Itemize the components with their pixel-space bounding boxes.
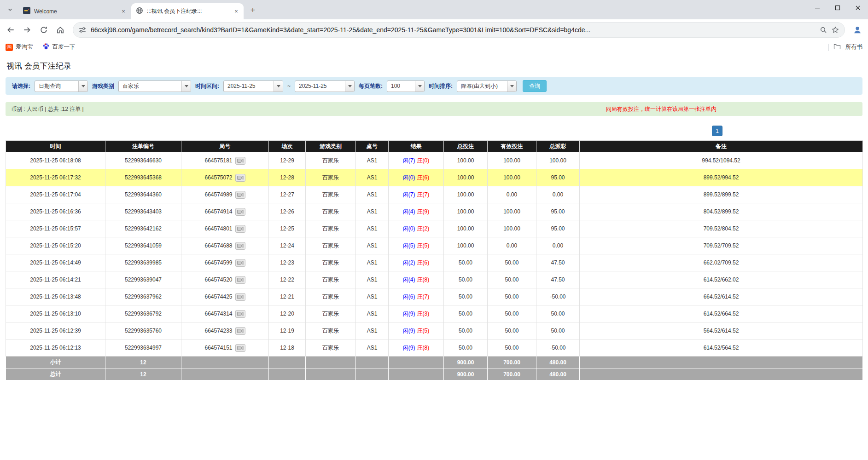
video-replay-icon[interactable] [235,208,245,216]
video-replay-icon[interactable] [235,259,245,267]
cell-session: 12-27 [269,186,306,203]
profile-avatar[interactable] [850,22,865,38]
refresh-button[interactable] [36,22,52,38]
video-replay-icon[interactable] [235,276,245,284]
bookmark-star-icon[interactable] [832,26,839,34]
search-button[interactable]: 查询 [523,80,547,92]
round-number: 664575181 [204,157,232,163]
player-result: 闲(2) [403,259,415,266]
player-result: 闲(0) [403,174,415,181]
pagination-page-1[interactable]: 1 [712,126,722,136]
chevron-down-icon [181,81,191,92]
cell-total-bet[interactable]: 100.00 [444,203,488,220]
round-number: 664574688 [204,242,232,248]
chevron-down-icon [274,81,283,92]
bookmark-baidu[interactable]: 百度一下 [42,43,76,52]
banker-result: 庄(7) [417,191,430,198]
back-button[interactable] [3,22,18,38]
cell-table-no: AS1 [356,237,389,254]
date-end-input[interactable]: 2025-11-25 [295,80,355,92]
cell-table-no: AS1 [356,339,389,356]
game-type-select[interactable]: 百家乐 [118,80,191,92]
bookmark-taobao[interactable]: 淘 爱淘宝 [6,43,33,51]
page-title: 视讯 会员下注纪录 [6,61,862,71]
round-number: 664574914 [204,208,232,214]
cell-time: 2025-11-25 06:12:13 [6,339,105,356]
site-settings-icon[interactable] [79,26,86,34]
browser-toolbar: 66cxkj98.com/game/betrecord_search/kind3… [0,19,868,40]
video-replay-icon[interactable] [235,191,245,199]
video-replay-icon[interactable] [235,344,245,352]
video-replay-icon[interactable] [235,310,245,318]
cell-total-bet[interactable]: 50.00 [444,254,488,271]
date-start-input[interactable]: 2025-11-25 [223,80,283,92]
cell-total-bet[interactable]: 100.00 [444,152,488,169]
cell-bet-id: 522993641059 [105,237,181,254]
cell-result: 闲(2)庄(6) [389,254,444,271]
cell-total-bet[interactable]: 50.00 [444,339,488,356]
per-page-label: 每页笔数: [359,82,383,90]
cell-result: 闲(9)庄(3) [389,305,444,322]
cell-note: 614.52/664.52 [580,305,863,322]
cell-result: 闲(9)庄(8) [389,339,444,356]
player-result: 闲(5) [403,242,415,249]
video-replay-icon[interactable] [235,157,245,165]
cell-time: 2025-11-25 06:14:21 [6,271,105,288]
new-tab-button[interactable]: + [246,4,259,17]
video-replay-icon[interactable] [235,174,245,182]
sort-select[interactable]: 降幂(由大到小) [457,80,517,92]
cell-valid-bet: 100.00 [488,220,536,237]
cell-total-bet[interactable]: 50.00 [444,288,488,305]
browser-tab-welcome[interactable]: Welcome × [18,3,131,19]
video-replay-icon[interactable] [235,225,245,233]
cell-time: 2025-11-25 06:15:57 [6,220,105,237]
date-range-label: 时间区间: [195,82,219,90]
video-replay-icon[interactable] [235,293,245,301]
chevron-down-icon [78,81,87,92]
url-text[interactable]: 66cxkj98.com/game/betrecord_search/kind3… [91,26,815,34]
zoom-icon[interactable] [820,26,827,34]
video-replay-icon[interactable] [235,327,245,335]
cell-total-bet[interactable]: 50.00 [444,305,488,322]
cell-total-bet[interactable]: 100.00 [444,186,488,203]
window-close-button[interactable] [848,0,868,16]
browser-window: Welcome × :::视讯 会员下注纪录::: × + [0,0,868,54]
cell-bet-id: 522993642162 [105,220,181,237]
cell-table-no: AS1 [356,186,389,203]
cell-payout: -50.00 [536,288,580,305]
cell-valid-bet: 100.00 [488,169,536,186]
banker-result: 庄(8) [417,345,430,351]
home-button[interactable] [52,22,68,38]
cell-total-bet[interactable]: 50.00 [444,271,488,288]
minimize-button[interactable] [807,0,827,16]
table-row: 2025-11-25 06:14:21 522993639047 6645745… [6,271,863,288]
header-session: 场次 [269,141,306,152]
cell-note: 614.52/564.52 [580,339,863,356]
browser-tab-betrecord[interactable]: :::视讯 会员下注纪录::: × [131,3,244,19]
cell-total-bet[interactable]: 50.00 [444,322,488,339]
tab-search-button[interactable] [4,4,17,17]
banker-result: 庄(7) [417,293,430,300]
cell-round: 664574425 [181,288,269,305]
cell-total-bet[interactable]: 100.00 [444,169,488,186]
cell-game-type: 百家乐 [306,305,356,322]
maximize-button[interactable] [827,0,848,16]
cell-total-bet[interactable]: 100.00 [444,220,488,237]
subtotal-count: 12 [105,356,181,368]
per-page-select[interactable]: 100 [387,80,425,92]
query-type-select[interactable]: 日期查询 [35,80,88,92]
cell-note: 662.02/709.52 [580,254,863,271]
forward-button[interactable] [19,22,35,38]
table-footer: 小计 12 900.00 700.00 480.00 总计 12 900.00 … [6,356,863,380]
summary-bar: 币别 : 人民币 | 总共 :12 注单 | 同局有效投注，统一计算在该局第一张… [6,102,862,116]
cell-total-bet[interactable]: 100.00 [444,237,488,254]
cell-result: 闲(0)庄(2) [389,220,444,237]
cell-table-no: AS1 [356,305,389,322]
tab-close-icon[interactable]: × [120,8,127,15]
tab-close-icon[interactable]: × [233,8,240,15]
banker-result: 庄(6) [417,259,430,266]
address-bar[interactable]: 66cxkj98.com/game/betrecord_search/kind3… [73,22,845,38]
video-replay-icon[interactable] [235,242,245,250]
bookmarks-overflow[interactable]: 所有书 [828,43,863,52]
table-header: 时间 注单编号 局号 场次 游戏类别 桌号 结果 总投注 有效投注 总派彩 备注 [6,141,863,152]
